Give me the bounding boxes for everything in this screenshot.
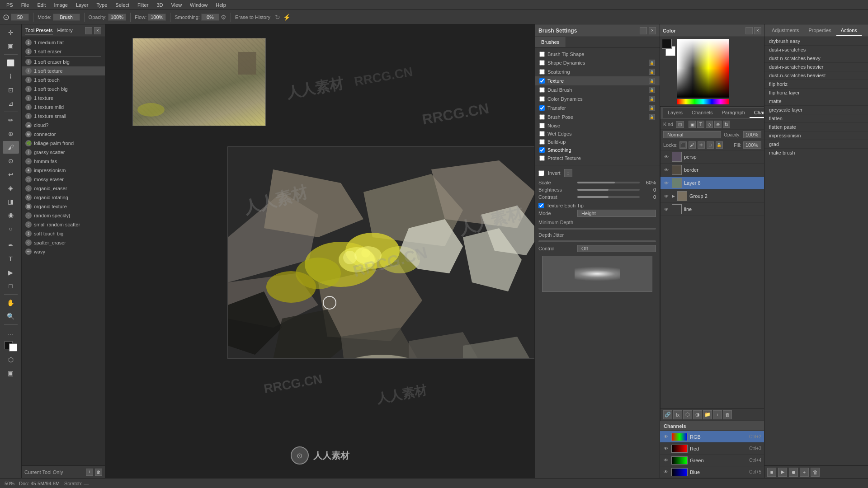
preset-item-wavy[interactable]: 〜 wavy (22, 247, 105, 256)
eyedropper-tool[interactable]: ✏ (3, 114, 19, 127)
presets-delete[interactable]: 🗑 (95, 469, 102, 476)
lock-dual-brush[interactable]: 🔒 (649, 87, 655, 93)
preset-item-soft-touch-big[interactable]: 1 1 soft touch big (22, 84, 105, 94)
action-dust-heaviest[interactable]: dust-n-scratches heaviest (764, 71, 868, 80)
layer-vis-group2[interactable]: 👁 (663, 193, 670, 199)
checkbox-texture-each-tip[interactable] (538, 203, 544, 208)
preset-item-texture[interactable]: 1 1 texture (22, 94, 105, 103)
option-smoothing[interactable]: Smoothing (535, 146, 660, 154)
preset-item-medium-flat[interactable]: 1 1 medium flat (22, 38, 105, 47)
tab-paragraph[interactable]: Paragraph (717, 108, 750, 118)
link-layers-btn[interactable]: 🔗 (663, 410, 672, 419)
color-panel-minimize[interactable]: – (745, 27, 753, 34)
tab-history[interactable]: History (57, 27, 73, 34)
action-flip-horiz[interactable]: flip horiz (764, 80, 868, 89)
lock-scattering[interactable]: 🔒 (649, 69, 655, 75)
menu-view[interactable]: View (167, 1, 185, 9)
layer-vis-persp[interactable]: 👁 (663, 154, 670, 160)
control-dropdown[interactable]: Off (577, 245, 656, 252)
preset-item-spatter[interactable]: ⁘ spatter_eraser (22, 238, 105, 247)
mode-dropdown[interactable]: Height (577, 210, 656, 217)
option-texture[interactable]: Texture 🔒 (535, 76, 660, 85)
lock-image-pixels[interactable]: 🖌 (689, 141, 696, 149)
brightness-slider[interactable] (577, 189, 640, 191)
brush-panel-minimize[interactable]: – (640, 27, 647, 34)
lock-shape-dynamics[interactable]: 🔒 (649, 60, 655, 66)
blur-tool[interactable]: ◉ (3, 209, 19, 221)
presets-close[interactable]: × (94, 27, 101, 34)
action-drybrush[interactable]: drybrush easy (764, 37, 868, 46)
preset-item-organic-rotating[interactable]: ↻ organic rotating (22, 193, 105, 202)
texture-each-tip-row[interactable]: Texture Each Tip (538, 202, 656, 210)
lock-position[interactable]: ✛ (698, 141, 705, 149)
screen-mode-tool[interactable]: ▣ (3, 367, 19, 380)
action-flatten-paste[interactable]: flatten paste (764, 123, 868, 131)
brush-tool[interactable]: 🖌 (3, 141, 19, 154)
scale-slider[interactable] (577, 182, 640, 183)
tab-properties[interactable]: Properties (804, 26, 836, 36)
new-action-btn[interactable]: + (800, 468, 809, 477)
opacity-value-layers[interactable]: 100% (743, 131, 761, 138)
option-buildup[interactable]: Build-up (535, 138, 660, 146)
checkbox-protect-texture[interactable] (539, 155, 545, 161)
fill-value[interactable]: 100% (743, 141, 761, 149)
preset-item-random-speckly[interactable]: · random speckly] (22, 211, 105, 220)
checkbox-smoothing[interactable] (539, 147, 545, 153)
reference-image[interactable] (132, 38, 266, 126)
path-select-tool[interactable]: ▶ (3, 266, 19, 279)
checkbox-transfer[interactable] (539, 105, 545, 111)
action-greyscale[interactable]: greyscale layer (764, 106, 868, 114)
history-brush-tool[interactable]: ↩ (3, 168, 19, 181)
delete-action-btn[interactable]: 🗑 (811, 468, 820, 477)
channel-red[interactable]: 👁 Red Ctrl+3 (660, 443, 764, 455)
tab-adjustments[interactable]: Adjustments (767, 26, 804, 36)
lock-texture[interactable]: 🔒 (649, 78, 655, 84)
action-flatten[interactable]: flatten (764, 114, 868, 123)
checkbox-brush-pose[interactable] (539, 114, 545, 120)
add-style-btn[interactable]: fx (673, 410, 682, 419)
channel-rgb[interactable]: 👁 RGB Ctrl+2 (660, 431, 764, 443)
clone-tool[interactable]: ⊙ (3, 155, 19, 167)
layer-vis-border[interactable]: 👁 (663, 167, 670, 173)
brush-panel-close[interactable]: × (649, 27, 656, 34)
menu-image[interactable]: Image (50, 1, 71, 9)
record-action-btn[interactable]: ⏺ (789, 468, 798, 477)
channel-green[interactable]: 👁 Green Ctrl+4 (660, 455, 764, 466)
action-make-brush[interactable]: make brush (764, 149, 868, 157)
color-gradient[interactable] (677, 39, 729, 98)
kind-shape-icon[interactable]: ◇ (706, 121, 713, 128)
option-dual-brush[interactable]: Dual Brush 🔒 (535, 85, 660, 94)
color-hue-bar[interactable] (677, 99, 729, 104)
stop-action-btn[interactable]: ■ (767, 468, 776, 477)
option-brush-pose[interactable]: Brush Pose 🔒 (535, 113, 660, 122)
preset-item-organic-eraser[interactable]: ○ organic_eraser (22, 184, 105, 193)
kind-smart-icon[interactable]: ⊕ (714, 121, 722, 128)
extra-tool[interactable]: … (3, 327, 19, 339)
depth-jitter-slider[interactable] (538, 240, 656, 242)
preset-item-soft-touch-big2[interactable]: 1 soft touch big (22, 229, 105, 238)
lock-brush-pose[interactable]: 🔒 (649, 114, 655, 120)
option-brush-tip-shape[interactable]: Brush Tip Shape (535, 50, 660, 58)
smoothing-settings-icon[interactable]: ⚙ (221, 14, 226, 21)
kind-text-icon[interactable]: T (697, 121, 704, 128)
preset-item-cloud[interactable]: ☁ cloud? (22, 121, 105, 130)
eraser-tool[interactable]: ◈ (3, 182, 19, 194)
layer-persp[interactable]: 👁 persp (660, 150, 764, 164)
checkbox-buildup[interactable] (539, 139, 545, 145)
play-action-btn[interactable]: ▶ (778, 468, 787, 477)
layer-vis-line[interactable]: 👁 (663, 206, 670, 212)
brush-tool-icon[interactable]: ⊙ (3, 12, 9, 22)
tab-channels[interactable]: Channels (687, 108, 717, 118)
checkbox-color-dynamics[interactable] (539, 96, 545, 102)
channel-vis-red[interactable]: 👁 (663, 446, 669, 452)
checkbox-shape-dynamics[interactable] (539, 60, 545, 66)
menu-file[interactable]: File (18, 1, 33, 9)
layer-line[interactable]: 👁 line (660, 203, 764, 216)
channel-vis-blue[interactable]: 👁 (663, 469, 669, 475)
object-select-tool[interactable]: ⊡ (3, 84, 19, 96)
pen-tool[interactable]: ✒ (3, 239, 19, 252)
option-color-dynamics[interactable]: Color Dynamics 🔒 (535, 94, 660, 103)
mode-select[interactable]: Brush (53, 14, 80, 21)
channel-blue[interactable]: 👁 Blue Ctrl+5 (660, 466, 764, 478)
brush-size-value[interactable]: 50 (11, 14, 29, 21)
